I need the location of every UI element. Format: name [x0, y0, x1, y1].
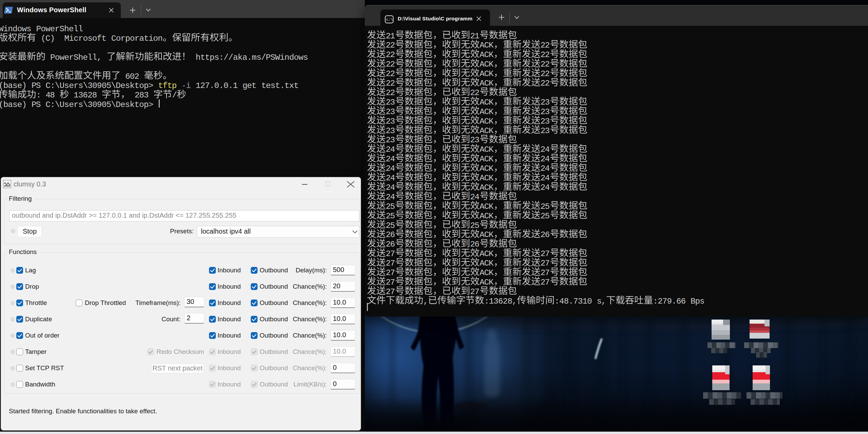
svg-text:ACK: ACK — [479, 174, 494, 183]
svg-text:13628: 13628 — [74, 91, 97, 100]
svg-text:25: 25 — [386, 221, 395, 230]
svg-text:27: 27 — [386, 278, 395, 287]
svg-text:(base): (base) — [0, 100, 27, 109]
svg-text:23: 23 — [470, 135, 480, 145]
svg-text:(base): (base) — [0, 81, 27, 90]
svg-text:24: 24 — [386, 193, 395, 202]
svg-text:/: / — [172, 91, 177, 100]
svg-text:Windows: Windows — [0, 24, 32, 34]
svg-text:283: 283 — [135, 91, 149, 100]
svg-text:ACK: ACK — [479, 164, 494, 173]
svg-text:25: 25 — [386, 212, 395, 221]
svg-text:602: 602 — [125, 72, 139, 81]
svg-text:25: 25 — [386, 202, 395, 211]
svg-text:ACK: ACK — [479, 249, 494, 258]
svg-text:ACK: ACK — [479, 278, 494, 287]
svg-text:24: 24 — [386, 183, 395, 192]
svg-text:22: 22 — [386, 41, 395, 50]
svg-text:48: 48 — [45, 91, 55, 100]
svg-text:ACK: ACK — [479, 60, 494, 69]
svg-text:26: 26 — [470, 240, 480, 249]
svg-text:ACK: ACK — [479, 268, 494, 277]
svg-text:ACK: ACK — [479, 126, 494, 135]
svg-text:24: 24 — [541, 145, 550, 154]
svg-text:PowerShell: PowerShell — [36, 24, 83, 34]
svg-text:tftp: tftp — [158, 81, 177, 90]
svg-text:22: 22 — [541, 50, 550, 59]
svg-text:22: 22 — [386, 69, 395, 78]
svg-text:ACK: ACK — [479, 202, 494, 211]
svg-text:ACK: ACK — [479, 79, 494, 88]
svg-text:25: 25 — [541, 202, 550, 211]
svg-text:ACK: ACK — [479, 50, 494, 59]
svg-text:PS: PS — [32, 100, 41, 109]
svg-text:27: 27 — [541, 268, 550, 277]
svg-text:c:\: c:\ — [386, 18, 393, 22]
svg-text:ACK: ACK — [479, 230, 494, 239]
svg-text:23: 23 — [541, 126, 550, 135]
svg-text:24: 24 — [541, 164, 550, 173]
svg-text:22: 22 — [541, 41, 550, 50]
svg-text:ACK: ACK — [479, 183, 494, 192]
svg-text:get: get — [243, 81, 257, 90]
svg-text:ACK: ACK — [479, 155, 494, 164]
svg-text:24: 24 — [541, 174, 550, 183]
svg-text:ACK: ACK — [479, 259, 494, 268]
svg-text:24: 24 — [386, 145, 395, 154]
svg-text:Microsoft: Microsoft — [64, 34, 107, 43]
svg-text:21: 21 — [470, 32, 480, 41]
svg-text:Corporation: Corporation — [111, 34, 163, 43]
svg-text:26: 26 — [386, 230, 395, 239]
svg-text:23: 23 — [541, 98, 550, 107]
svg-text:27: 27 — [470, 287, 480, 296]
svg-text:s,: s, — [597, 297, 606, 306]
svg-text:23: 23 — [386, 126, 395, 135]
svg-text:23: 23 — [386, 107, 395, 116]
svg-text:C:\Users\30905\Desktop>: C:\Users\30905\Desktop> — [45, 81, 153, 90]
svg-text:24: 24 — [386, 155, 395, 164]
svg-text:ACK: ACK — [479, 117, 494, 126]
svg-text:127.0.0.1: 127.0.0.1 — [195, 81, 238, 90]
svg-text:Bps: Bps — [691, 297, 705, 306]
svg-text:22: 22 — [470, 88, 480, 97]
svg-text:27: 27 — [541, 259, 550, 268]
svg-text:PS: PS — [32, 81, 41, 90]
svg-text:27: 27 — [541, 278, 550, 287]
svg-text:24: 24 — [541, 155, 550, 164]
svg-text:,: , — [423, 297, 428, 306]
svg-text:ACK: ACK — [479, 212, 494, 221]
svg-text:27: 27 — [386, 259, 395, 268]
svg-text::279.66: :279.66 — [653, 297, 686, 306]
svg-text:23: 23 — [386, 135, 395, 145]
svg-text:(C): (C) — [41, 34, 55, 43]
svg-text::: : — [36, 91, 41, 100]
svg-text:25: 25 — [470, 221, 480, 230]
svg-text:test.txt: test.txt — [261, 81, 299, 90]
svg-text:26: 26 — [386, 240, 395, 249]
svg-text:24: 24 — [386, 174, 395, 183]
svg-text:27: 27 — [386, 268, 395, 277]
svg-text:23: 23 — [541, 117, 550, 126]
svg-text:21: 21 — [386, 32, 395, 41]
svg-text:PowerShell,: PowerShell, — [50, 53, 102, 62]
svg-text:26: 26 — [541, 230, 550, 239]
svg-text:23: 23 — [541, 107, 550, 116]
svg-text:22: 22 — [541, 60, 550, 69]
svg-text:ACK: ACK — [479, 145, 494, 154]
svg-text:ACK: ACK — [479, 69, 494, 78]
svg-text:-i: -i — [182, 81, 191, 90]
svg-text:24: 24 — [470, 193, 480, 202]
svg-text:22: 22 — [386, 88, 395, 97]
svg-text:ACK: ACK — [479, 107, 494, 116]
svg-text:22: 22 — [386, 79, 395, 88]
svg-text:23: 23 — [386, 98, 395, 107]
svg-text:https://aka.ms/PSWindows: https://aka.ms/PSWindows — [195, 53, 308, 62]
svg-text:ACK: ACK — [479, 98, 494, 107]
svg-text:24: 24 — [386, 164, 395, 173]
svg-text:23: 23 — [386, 117, 395, 126]
svg-text:27: 27 — [386, 287, 395, 296]
svg-text::13628,: :13628, — [484, 297, 517, 306]
svg-text:27: 27 — [541, 249, 550, 258]
svg-text:22: 22 — [386, 60, 395, 69]
svg-text:25: 25 — [541, 212, 550, 221]
